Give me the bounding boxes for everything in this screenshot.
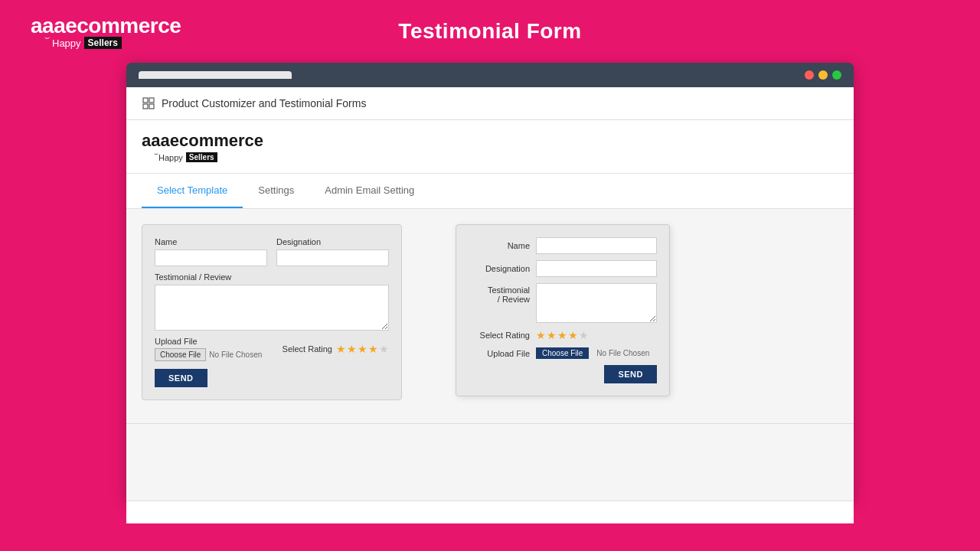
testimonial-label-2: Testimonial/ Review bbox=[469, 283, 530, 304]
star-2-1[interactable]: ★ bbox=[536, 329, 546, 341]
logo-text: aaaecommerce bbox=[31, 14, 181, 38]
star-2-2[interactable]: ★ bbox=[547, 329, 557, 341]
svg-rect-2 bbox=[143, 104, 148, 109]
main-logo: aaaecommerce ⌣ Happy Sellers bbox=[31, 14, 181, 49]
smile-decoration: ⌣ bbox=[44, 32, 50, 42]
tab-admin-email[interactable]: Admin Email Setting bbox=[309, 174, 430, 208]
rating-label-2: Select Rating bbox=[469, 331, 530, 340]
tabs-bar: Select Template Settings Admin Email Set… bbox=[126, 174, 854, 209]
star-1-5[interactable]: ★ bbox=[379, 343, 389, 355]
testimonial-textarea-1[interactable] bbox=[155, 285, 389, 331]
svg-rect-3 bbox=[149, 104, 154, 109]
plugin-title: Product Customizer and Testimonial Forms bbox=[162, 97, 366, 109]
plugin-logo-aaa: aaa bbox=[142, 131, 170, 150]
designation-label-1: Designation bbox=[276, 237, 389, 246]
rating-row-2: Select Rating ★ ★ ★ ★ ★ bbox=[469, 329, 657, 341]
upload-label-1: Upload File bbox=[155, 337, 262, 346]
logo-ecommerce: ecommerce bbox=[65, 14, 181, 37]
maximize-dot[interactable] bbox=[832, 70, 841, 80]
plugin-area: Product Customizer and Testimonial Forms… bbox=[126, 87, 854, 500]
name-input-1[interactable] bbox=[155, 249, 267, 266]
no-file-text-2: No File Chosen bbox=[596, 349, 649, 357]
logo-tagline: Happy Sellers bbox=[31, 37, 181, 49]
testimonial-group-1: Testimonial / Review bbox=[155, 272, 389, 331]
template-card-2: Name Designation Testimonial/ Review Sel… bbox=[456, 224, 670, 396]
star-2-4[interactable]: ★ bbox=[568, 329, 578, 341]
plugin-happy: Happy bbox=[158, 153, 183, 162]
plugin-logo-area: aaaecommerce ⌣ Happy Sellers bbox=[126, 120, 854, 174]
plugin-smile: ⌣ bbox=[154, 149, 158, 158]
rating-label-1: Select Rating bbox=[283, 344, 332, 354]
name-label-1: Name bbox=[155, 237, 267, 246]
star-2-5[interactable]: ★ bbox=[579, 329, 589, 341]
name-row-2: Name bbox=[469, 237, 657, 254]
svg-rect-1 bbox=[149, 98, 154, 103]
plugin-icon bbox=[142, 96, 155, 110]
designation-row-2: Designation bbox=[469, 260, 657, 277]
upload-row-2: Upload File Choose File No File Chosen bbox=[469, 347, 657, 359]
star-2-3[interactable]: ★ bbox=[557, 329, 567, 341]
rating-section-1: Select Rating ★ ★ ★ ★ ★ bbox=[283, 343, 389, 355]
plugin-logo-ecommerce: ecommerce bbox=[170, 131, 263, 150]
choose-file-btn-1[interactable]: Choose File bbox=[155, 348, 206, 361]
tab-select-template[interactable]: Select Template bbox=[142, 174, 243, 208]
file-chooser-1: Choose File No File Chosen bbox=[155, 348, 262, 361]
stars-1[interactable]: ★ ★ ★ ★ ★ bbox=[336, 343, 389, 355]
tagline-happy: Happy bbox=[52, 37, 81, 49]
upload-section-1: Upload File Choose File No File Chosen bbox=[155, 337, 262, 361]
top-bar: aaaecommerce ⌣ Happy Sellers Testimonial… bbox=[0, 0, 980, 63]
template-card-1: Name Designation Testimonial / Review Up… bbox=[142, 224, 402, 400]
minimize-dot[interactable] bbox=[818, 70, 828, 80]
star-1-4[interactable]: ★ bbox=[368, 343, 378, 355]
bottom-bar bbox=[126, 500, 854, 523]
browser-window: Product Customizer and Testimonial Forms… bbox=[126, 63, 854, 500]
page-title: Testimonial Form bbox=[398, 19, 581, 44]
plugin-header: Product Customizer and Testimonial Forms bbox=[126, 87, 854, 120]
divider bbox=[126, 423, 854, 424]
close-dot[interactable] bbox=[805, 70, 814, 80]
upload-rating-row-1: Upload File Choose File No File Chosen S… bbox=[155, 337, 389, 361]
browser-tab[interactable] bbox=[139, 71, 292, 79]
file-chooser-2: Choose File No File Chosen bbox=[536, 347, 649, 359]
name-designation-row: Name Designation bbox=[155, 237, 389, 266]
testimonial-textarea-2[interactable] bbox=[536, 283, 657, 323]
choose-file-btn-2[interactable]: Choose File bbox=[536, 347, 589, 359]
name-label-2: Name bbox=[469, 241, 530, 250]
upload-label-2: Upload File bbox=[469, 349, 530, 358]
designation-group-1: Designation bbox=[276, 237, 389, 266]
star-1-1[interactable]: ★ bbox=[336, 343, 346, 355]
stars-2[interactable]: ★ ★ ★ ★ ★ bbox=[536, 329, 589, 341]
plugin-logo-text: aaaecommerce bbox=[142, 131, 838, 151]
window-controls bbox=[805, 70, 841, 80]
svg-rect-0 bbox=[143, 98, 148, 103]
browser-chrome bbox=[126, 63, 854, 87]
designation-input-1[interactable] bbox=[276, 249, 389, 266]
tab-settings[interactable]: Settings bbox=[243, 174, 309, 208]
designation-input-2[interactable] bbox=[536, 260, 657, 277]
designation-label-2: Designation bbox=[469, 264, 530, 273]
send-btn-2[interactable]: SEND bbox=[604, 365, 657, 383]
sellers-badge: Sellers bbox=[84, 37, 122, 49]
name-group-1: Name bbox=[155, 237, 267, 266]
no-file-text-1: No File Chosen bbox=[209, 350, 262, 359]
star-1-2[interactable]: ★ bbox=[347, 343, 357, 355]
testimonial-label-1: Testimonial / Review bbox=[155, 272, 389, 282]
testimonial-row-2: Testimonial/ Review bbox=[469, 283, 657, 323]
star-1-3[interactable]: ★ bbox=[358, 343, 368, 355]
send-btn-1[interactable]: SEND bbox=[155, 369, 207, 387]
forms-area: Name Designation Testimonial / Review Up… bbox=[126, 209, 854, 416]
name-input-2[interactable] bbox=[536, 237, 657, 254]
